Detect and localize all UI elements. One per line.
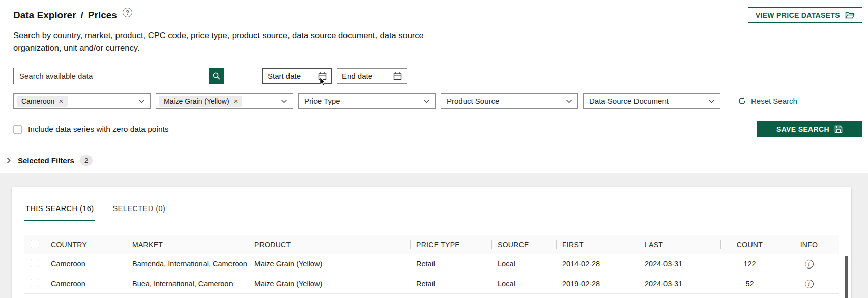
- row-market-cell: Bamenda, International, Cameroon: [126, 254, 248, 274]
- table-row: Cameroon Bamenda, International, Cameroo…: [24, 254, 839, 274]
- row-select-cell: [24, 274, 45, 294]
- row-country-cell: Cameroon: [45, 274, 126, 294]
- data-source-document-filter-select[interactable]: Data Source Document: [583, 93, 720, 109]
- save-search-label: SAVE SEARCH: [776, 125, 829, 133]
- row-info-cell: i: [779, 274, 839, 294]
- product-chip-label: Maize Grain (Yellow): [164, 97, 229, 105]
- zero-data-checkbox[interactable]: [13, 125, 22, 134]
- product-chip-remove-icon[interactable]: ×: [234, 97, 238, 105]
- reset-icon: [738, 97, 746, 105]
- row-price-type-cell: Retail: [410, 254, 491, 274]
- selected-filters-bar[interactable]: Selected Filters 2: [0, 147, 868, 173]
- view-price-datasets-button[interactable]: VIEW PRICE DATASETS: [748, 7, 862, 23]
- zero-data-label[interactable]: Include data series with zero data point…: [28, 125, 169, 134]
- row-count-cell: 122: [720, 254, 779, 274]
- reset-search-button[interactable]: Reset Search: [738, 97, 797, 105]
- row-source-cell: Local: [491, 254, 556, 274]
- page-description: Search by country, market, product, CPC …: [13, 29, 426, 54]
- column-header-product: PRODUCT: [248, 235, 410, 254]
- calendar-icon: [393, 72, 402, 80]
- filter-row: Cameroon × Maize Grain (Yellow) × Price …: [13, 93, 862, 109]
- breadcrumb-root[interactable]: Data Explorer: [13, 10, 76, 21]
- search-icon: [212, 72, 221, 80]
- header-row: Data Explorer / Prices ? VIEW PRICE DATA…: [13, 7, 862, 23]
- folder-open-icon: [845, 11, 855, 19]
- country-filter-select[interactable]: Cameroon ×: [13, 93, 151, 109]
- table-row: Cameroon Buea, International, Cameroon M…: [24, 274, 839, 294]
- row-first-cell: 2014-02-28: [556, 254, 639, 274]
- search-input[interactable]: [13, 68, 209, 84]
- product-source-label: Product Source: [447, 97, 499, 105]
- data-source-document-label: Data Source Document: [589, 97, 669, 105]
- product-source-filter-select[interactable]: Product Source: [441, 93, 578, 109]
- row-last-cell: 2024-03-31: [639, 274, 720, 294]
- results-tabs: THIS SEARCH (16) SELECTED (0): [24, 197, 839, 221]
- country-chip-remove-icon[interactable]: ×: [59, 97, 63, 105]
- row-first-cell: 2019-02-28: [556, 274, 639, 294]
- column-header-source: SOURCE: [491, 235, 556, 254]
- row-info-cell: i: [779, 254, 839, 274]
- row-product-cell: Maize Grain (Yellow): [248, 274, 410, 294]
- save-icon: [834, 125, 843, 133]
- price-type-label: Price Type: [304, 97, 340, 105]
- column-header-last: LAST: [639, 235, 720, 254]
- help-icon[interactable]: ?: [123, 8, 132, 17]
- reset-search-label: Reset Search: [751, 97, 797, 105]
- search-row: Start date End date: [13, 68, 862, 84]
- column-header-count: COUNT: [720, 235, 779, 254]
- chevron-down-icon: [566, 99, 572, 103]
- options-row: Include data series with zero data point…: [13, 121, 862, 137]
- tab-selected[interactable]: SELECTED (0): [112, 197, 167, 221]
- results-table: COUNTRY MARKET PRODUCT PRICE TYPE SOURCE…: [24, 235, 839, 294]
- table-header-row: COUNTRY MARKET PRODUCT PRICE TYPE SOURCE…: [24, 235, 839, 254]
- breadcrumb-separator: /: [81, 10, 83, 21]
- calendar-icon: [318, 72, 327, 80]
- top-section: Data Explorer / Prices ? VIEW PRICE DATA…: [0, 0, 868, 137]
- table-scrollbar[interactable]: [845, 256, 848, 298]
- row-select-cell: [24, 254, 45, 274]
- row-last-cell: 2024-03-31: [639, 254, 720, 274]
- row-product-cell: Maize Grain (Yellow): [248, 254, 410, 274]
- price-type-filter-select[interactable]: Price Type: [298, 93, 436, 109]
- column-header-country: COUNTRY: [45, 235, 126, 254]
- chevron-down-icon: [423, 99, 430, 103]
- breadcrumb: Data Explorer / Prices ?: [13, 10, 132, 21]
- tab-this-search[interactable]: THIS SEARCH (16): [24, 197, 95, 221]
- info-icon[interactable]: i: [805, 260, 814, 269]
- product-chip: Maize Grain (Yellow) ×: [159, 96, 242, 107]
- results-card: THIS SEARCH (16) SELECTED (0) COUNTRY MA…: [12, 187, 851, 298]
- row-country-cell: Cameroon: [45, 254, 126, 274]
- view-price-datasets-label: VIEW PRICE DATASETS: [756, 11, 840, 19]
- selected-filters-label: Selected Filters: [18, 156, 74, 165]
- info-icon[interactable]: i: [805, 280, 814, 288]
- row-checkbox[interactable]: [31, 259, 39, 267]
- column-header-info: INFO: [779, 235, 839, 254]
- select-all-cell: [24, 235, 45, 254]
- chevron-down-icon: [708, 99, 715, 103]
- row-price-type-cell: Retail: [410, 274, 491, 294]
- column-header-price-type: PRICE TYPE: [410, 235, 491, 254]
- selected-filters-count-badge: 2: [80, 155, 93, 166]
- chevron-down-icon: [138, 99, 145, 103]
- search-group: [13, 68, 224, 84]
- search-button[interactable]: [209, 68, 224, 84]
- results-area: THIS SEARCH (16) SELECTED (0) COUNTRY MA…: [0, 173, 868, 298]
- chevron-down-icon: [281, 99, 287, 103]
- column-header-market: MARKET: [126, 235, 248, 254]
- start-date-placeholder: Start date: [268, 72, 301, 80]
- row-count-cell: 52: [720, 274, 779, 294]
- save-search-button[interactable]: SAVE SEARCH: [757, 121, 862, 137]
- row-source-cell: Local: [491, 274, 556, 294]
- product-filter-select[interactable]: Maize Grain (Yellow) ×: [156, 93, 293, 109]
- row-checkbox[interactable]: [31, 279, 39, 287]
- row-market-cell: Buea, International, Cameroon: [126, 274, 248, 294]
- end-date-input[interactable]: End date: [337, 68, 407, 84]
- country-chip: Cameroon ×: [17, 96, 68, 107]
- country-chip-label: Cameroon: [21, 97, 54, 105]
- column-header-first: FIRST: [556, 235, 639, 254]
- chevron-right-icon: [7, 157, 11, 164]
- start-date-input[interactable]: Start date: [262, 68, 332, 84]
- breadcrumb-current: Prices: [88, 10, 117, 21]
- end-date-placeholder: End date: [342, 72, 372, 80]
- select-all-checkbox[interactable]: [31, 240, 39, 248]
